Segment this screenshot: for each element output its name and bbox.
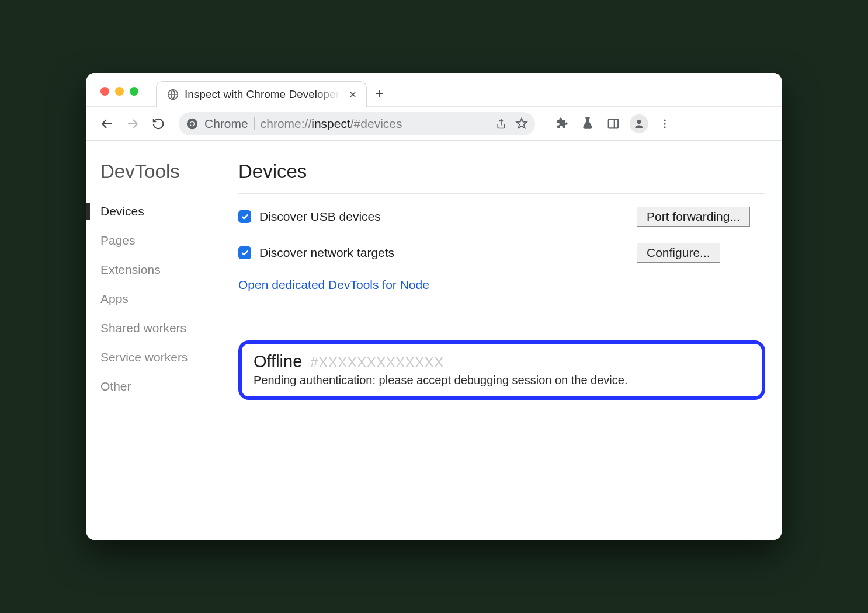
toolbar: Chrome chrome://inspect/#devices [86,107,782,141]
url-host: inspect [311,117,350,130]
device-id: #XXXXXXXXXXXXX [310,354,443,371]
sidebar: DevTools Devices Pages Extensions Apps S… [86,141,238,540]
discover-usb-checkbox[interactable] [238,210,251,223]
discover-usb-label: Discover USB devices [259,210,381,224]
discover-network-label: Discover network targets [259,246,394,260]
tab-title: Inspect with Chrome Developer [185,88,339,101]
maximize-window-button[interactable] [130,87,138,96]
chrome-icon [186,117,199,130]
main-panel: Devices Discover USB devices Port forwar… [238,141,782,540]
close-tab-button[interactable] [349,90,357,99]
menu-button[interactable] [654,113,675,134]
side-panel-icon[interactable] [603,113,624,134]
sidebar-item-extensions[interactable]: Extensions [100,255,238,284]
sidebar-item-service-workers[interactable]: Service workers [100,343,238,372]
browser-tab[interactable]: Inspect with Chrome Developer [156,81,367,107]
sidebar-title: DevTools [100,161,238,183]
port-forwarding-button[interactable]: Port forwarding... [637,207,750,227]
address-bar[interactable]: Chrome chrome://inspect/#devices [179,112,535,135]
omnibox-actions [495,117,528,130]
tab-overflow [765,100,771,106]
back-button[interactable] [97,114,117,134]
share-icon[interactable] [495,118,507,130]
extensions-icon[interactable] [551,113,572,134]
svg-point-8 [664,123,665,124]
sidebar-item-apps[interactable]: Apps [100,284,238,314]
svg-point-9 [664,126,665,128]
labs-icon[interactable] [577,113,598,134]
url-scheme: chrome:// [261,117,312,130]
toolbar-icons [551,113,675,134]
discover-usb-row: Discover USB devices Port forwarding... [238,207,765,227]
device-status: Offline [254,352,302,371]
open-node-devtools-link[interactable]: Open dedicated DevTools for Node [238,278,429,292]
sidebar-item-shared-workers[interactable]: Shared workers [100,314,238,343]
device-card: Offline #XXXXXXXXXXXXX Pending authentic… [238,340,765,400]
sidebar-item-pages[interactable]: Pages [100,226,238,255]
svg-point-3 [190,122,194,126]
sidebar-item-other[interactable]: Other [100,372,238,401]
sidebar-item-devices[interactable]: Devices [100,197,238,226]
avatar-icon [630,114,648,133]
tab-strip: Inspect with Chrome Developer [86,73,782,107]
globe-icon [167,89,179,100]
svg-rect-4 [609,119,619,128]
minimize-window-button[interactable] [115,87,124,96]
device-header: Offline #XXXXXXXXXXXXX [254,352,750,371]
svg-point-6 [637,120,641,124]
url-text: chrome://inspect/#devices [261,117,402,131]
page-content: DevTools Devices Pages Extensions Apps S… [86,141,782,540]
discover-network-checkbox[interactable] [238,246,251,259]
bookmark-icon[interactable] [515,117,528,130]
svg-point-7 [664,119,665,121]
discover-section: Discover USB devices Port forwarding... … [238,193,765,305]
discover-network-row: Discover network targets Configure... [238,243,765,263]
url-path: /#devices [350,117,402,130]
browser-window: Inspect with Chrome Developer [86,73,782,540]
origin-label: Chrome [204,117,248,131]
window-controls [97,87,156,106]
forward-button[interactable] [123,114,143,134]
device-message: Pending authentication: please accept de… [254,374,750,387]
omnibox-divider [254,117,255,130]
profile-button[interactable] [629,113,650,134]
new-tab-button[interactable] [367,81,393,106]
close-window-button[interactable] [100,87,109,96]
reload-button[interactable] [148,114,168,134]
configure-button[interactable]: Configure... [637,243,720,263]
page-title: Devices [238,161,765,183]
